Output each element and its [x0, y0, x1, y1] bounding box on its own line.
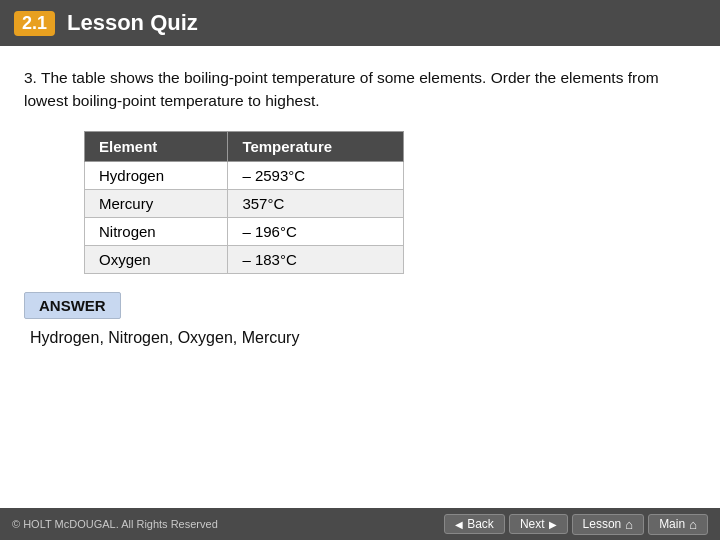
header-title: Lesson Quiz	[67, 10, 198, 36]
next-arrow-icon: ▶	[549, 519, 557, 530]
main-icon: ⌂	[689, 517, 697, 532]
question-number: 3.	[24, 69, 37, 86]
question-text: 3. The table shows the boiling-point tem…	[24, 66, 696, 113]
lesson-button[interactable]: Lesson ⌂	[572, 514, 645, 535]
element-table-wrapper: Element Temperature Hydrogen – 2593°C Me…	[84, 131, 696, 274]
next-button[interactable]: Next ▶	[509, 514, 568, 534]
element-nitrogen: Nitrogen	[85, 217, 228, 245]
lesson-label: Lesson	[583, 517, 622, 531]
element-oxygen: Oxygen	[85, 245, 228, 273]
answer-label: ANSWER	[24, 292, 121, 319]
badge-21: 2.1	[14, 11, 55, 36]
back-button[interactable]: ◀ Back	[444, 514, 505, 534]
main-label: Main	[659, 517, 685, 531]
table-row: Hydrogen – 2593°C	[85, 161, 404, 189]
answer-section: ANSWER Hydrogen, Nitrogen, Oxygen, Mercu…	[24, 292, 696, 347]
table-row: Oxygen – 183°C	[85, 245, 404, 273]
table-row: Nitrogen – 196°C	[85, 217, 404, 245]
main-button[interactable]: Main ⌂	[648, 514, 708, 535]
footer-buttons: ◀ Back Next ▶ Lesson ⌂ Main ⌂	[444, 514, 708, 535]
question-body: The table shows the boiling-point temper…	[24, 69, 659, 109]
footer: © HOLT McDOUGAL. All Rights Reserved ◀ B…	[0, 508, 720, 540]
col-header-element: Element	[85, 131, 228, 161]
element-mercury: Mercury	[85, 189, 228, 217]
header: 2.1 Lesson Quiz	[0, 0, 720, 46]
lesson-icon: ⌂	[625, 517, 633, 532]
next-label: Next	[520, 517, 545, 531]
temp-hydrogen: – 2593°C	[228, 161, 404, 189]
element-table: Element Temperature Hydrogen – 2593°C Me…	[84, 131, 404, 274]
back-arrow-icon: ◀	[455, 519, 463, 530]
answer-text: Hydrogen, Nitrogen, Oxygen, Mercury	[30, 329, 696, 347]
copyright-text: © HOLT McDOUGAL. All Rights Reserved	[12, 518, 218, 530]
table-row: Mercury 357°C	[85, 189, 404, 217]
temp-nitrogen: – 196°C	[228, 217, 404, 245]
back-label: Back	[467, 517, 494, 531]
col-header-temperature: Temperature	[228, 131, 404, 161]
temp-oxygen: – 183°C	[228, 245, 404, 273]
element-hydrogen: Hydrogen	[85, 161, 228, 189]
temp-mercury: 357°C	[228, 189, 404, 217]
main-content: 3. The table shows the boiling-point tem…	[0, 46, 720, 367]
